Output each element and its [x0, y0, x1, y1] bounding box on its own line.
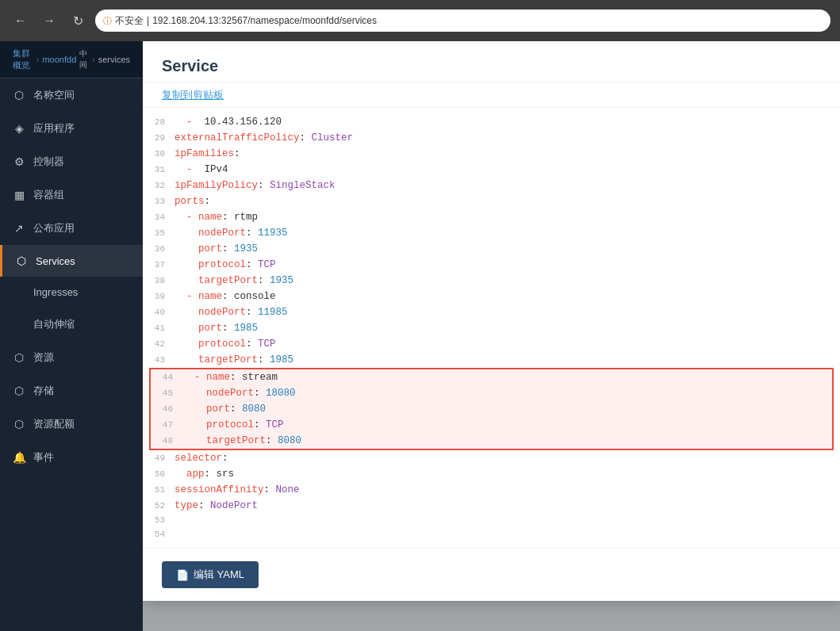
yaml-line: 49selector: [143, 450, 840, 466]
breadcrumb-cluster[interactable]: 集群概览 [13, 48, 33, 71]
sidebar-item-resources[interactable]: ⬡ 资源 [0, 341, 143, 374]
url-separator: | [147, 15, 149, 26]
line-code: type: NodePort [175, 498, 258, 514]
yaml-line: 54 [143, 528, 840, 542]
sidebar-item-autoscale[interactable]: 自动伸缩 [0, 308, 143, 341]
yaml-line: 40 nodePort: 11985 [143, 304, 840, 320]
sidebar-label-services: Services [36, 255, 75, 267]
yaml-content: 28 - 10.43.156.12029externalTrafficPolic… [143, 108, 840, 548]
yaml-line: 39 - name: console [143, 289, 840, 304]
line-code: sessionAffinity: None [175, 482, 300, 498]
application-icon: ◈ [13, 122, 25, 135]
line-number: 38 [149, 274, 175, 289]
yaml-line: 29externalTrafficPolicy: Cluster [143, 130, 840, 146]
sidebar-item-storage[interactable]: ⬡ 存储 [0, 374, 143, 407]
app-layout: 集群概览 › moonfdd 中间 › services ⬡ 名称空间 ◈ 应用… [0, 41, 840, 631]
breadcrumb-namespace[interactable]: moonfdd [42, 55, 76, 64]
publish-icon: ↗ [13, 222, 25, 235]
line-code: nodePort: 11935 [175, 225, 288, 241]
quota-icon: ⬡ [13, 418, 25, 430]
sidebar-item-application[interactable]: ◈ 应用程序 [0, 112, 143, 145]
yaml-line: 41 port: 1985 [143, 320, 840, 336]
breadcrumb-sep1: › [36, 55, 40, 64]
copy-to-clipboard[interactable]: 复制到剪贴板 [162, 89, 224, 101]
line-number: 36 [149, 243, 175, 257]
line-number: 37 [149, 258, 175, 273]
modal-footer: 📄 编辑 YAML [143, 548, 840, 601]
sidebar-label-container: 容器组 [33, 188, 64, 202]
line-number: 48 [157, 434, 182, 449]
yaml-line: 31 - IPv4 [143, 162, 840, 178]
line-code: targetPort: 8080 [182, 433, 301, 449]
line-code: protocol: TCP [182, 417, 284, 433]
line-code: ports: [175, 193, 210, 209]
sidebar-item-resource-quota[interactable]: ⬡ 资源配额 [0, 407, 143, 441]
copy-bar: 复制到剪贴板 [143, 82, 840, 108]
line-code: protocol: TCP [175, 257, 276, 273]
sidebar-item-namespace[interactable]: ⬡ 名称空间 [0, 78, 143, 112]
line-code: selector: [175, 450, 228, 466]
edit-yaml-button[interactable]: 📄 编辑 YAML [162, 561, 259, 588]
sidebar-item-ingresses[interactable]: Ingresses [0, 277, 143, 308]
storage-icon: ⬡ [13, 384, 25, 397]
sidebar-label-autoscale: 自动伸缩 [33, 317, 75, 331]
yaml-line: 38 targetPort: 1935 [143, 273, 840, 289]
line-code: protocol: TCP [175, 336, 276, 352]
edit-icon: 📄 [176, 569, 189, 581]
yaml-line: 30ipFamilies: [143, 146, 840, 162]
sidebar-item-container-group[interactable]: ▦ 容器组 [0, 178, 143, 212]
line-code: - name: rtmp [175, 209, 258, 225]
protocol-label: 不安全 [115, 14, 144, 28]
sidebar-label-ingresses: Ingresses [33, 286, 78, 298]
line-number: 28 [149, 116, 175, 130]
modal-title: Service [143, 41, 840, 82]
yaml-line: 53 [143, 514, 840, 528]
breadcrumb-sep2: › [92, 55, 95, 64]
breadcrumb-namespace-sub: 中间 [79, 48, 89, 71]
yaml-line: 43 targetPort: 1985 [143, 352, 840, 368]
events-icon: 🔔 [13, 451, 25, 464]
yaml-line: 47 protocol: TCP [151, 417, 832, 433]
line-number: 41 [149, 322, 175, 336]
back-button[interactable]: ← [10, 10, 32, 32]
yaml-line: 28 - 10.43.156.120 [143, 114, 840, 130]
yaml-line: 52type: NodePort [143, 498, 840, 514]
line-number: 30 [149, 147, 175, 162]
line-number: 29 [149, 132, 175, 146]
line-number: 34 [149, 211, 175, 225]
line-code: - name: stream [182, 369, 278, 385]
yaml-line: 36 port: 1935 [143, 241, 840, 257]
breadcrumb: 集群概览 › moonfdd 中间 › services [0, 41, 143, 78]
sidebar-label-storage: 存储 [33, 384, 54, 398]
refresh-button[interactable]: ↻ [67, 10, 89, 32]
line-number: 47 [157, 419, 182, 433]
sidebar-item-services[interactable]: ⬡ Services [0, 245, 143, 277]
container-icon: ▦ [13, 189, 25, 201]
modal-panel: Service 复制到剪贴板 28 - 10.43.156.12029exter… [143, 41, 840, 601]
sidebar-label-publish: 公布应用 [33, 221, 75, 235]
yaml-line: 32ipFamilyPolicy: SingleStack [143, 178, 840, 193]
line-number: 42 [149, 338, 175, 352]
controller-icon: ⚙ [13, 155, 25, 168]
line-number: 43 [149, 354, 175, 368]
line-number: 52 [149, 499, 175, 514]
yaml-line: 48 targetPort: 8080 [151, 433, 832, 449]
sidebar-item-publish[interactable]: ↗ 公布应用 [0, 212, 143, 245]
line-number: 53 [149, 514, 175, 528]
sidebar-label-application: 应用程序 [33, 121, 75, 136]
modal-overlay: Service 复制到剪贴板 28 - 10.43.156.12029exter… [143, 41, 840, 631]
url-text: 192.168.204.13:32567/namespace/moonfdd/s… [152, 15, 377, 26]
main-content: Service 复制到剪贴板 28 - 10.43.156.12029exter… [143, 41, 840, 631]
yaml-line: 33ports: [143, 193, 840, 209]
yaml-line: 45 nodePort: 18080 [151, 385, 832, 401]
line-code: port: 1935 [175, 241, 258, 257]
line-code: - IPv4 [175, 162, 228, 178]
sidebar-item-events[interactable]: 🔔 事件 [0, 441, 143, 474]
forward-button[interactable]: → [38, 10, 60, 32]
line-number: 31 [149, 163, 175, 178]
line-number: 45 [157, 387, 182, 401]
sidebar-label-quota: 资源配额 [33, 417, 75, 431]
sidebar-label-controller: 控制器 [33, 155, 64, 169]
sidebar-item-controller[interactable]: ⚙ 控制器 [0, 145, 143, 178]
line-code: ipFamilyPolicy: SingleStack [175, 178, 336, 193]
